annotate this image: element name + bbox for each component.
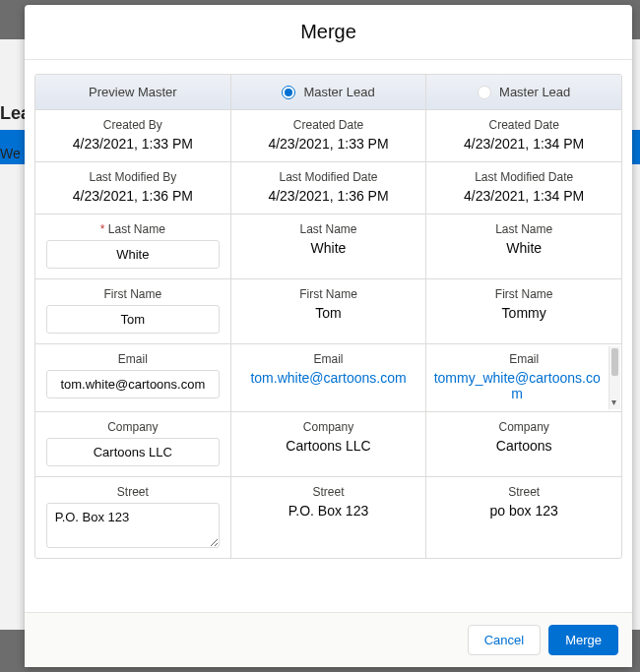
modal-body: Preview Master Master Lead Master Lead C…	[25, 60, 632, 612]
field-value[interactable]: tom.white@cartoons.com	[237, 370, 420, 386]
field-label: Created Date	[432, 118, 615, 132]
field-value: 4/23/2021, 1:33 PM	[41, 136, 224, 152]
merge-row: Last NameLast NameWhiteLast NameWhite	[35, 214, 621, 278]
merge-row: CompanyCompanyCartoons LLCCompanyCartoon…	[35, 411, 621, 476]
table-header: Preview Master Master Lead Master Lead	[35, 75, 621, 110]
field-label: Email	[237, 352, 420, 366]
field-value: P.O. Box 123	[237, 503, 420, 519]
field-value: Cartoons	[432, 438, 615, 454]
field-input[interactable]	[46, 305, 220, 334]
lead1-cell[interactable]: First NameTom	[230, 279, 426, 343]
field-label: Company	[237, 420, 420, 434]
merge-row: Last Modified By4/23/2021, 1:36 PMLast M…	[35, 161, 621, 214]
field-value: 4/23/2021, 1:34 PM	[432, 136, 615, 152]
modal-footer: Cancel Merge	[25, 612, 632, 667]
field-label: Created Date	[237, 118, 420, 132]
field-input[interactable]	[46, 438, 220, 466]
field-label: Last Name	[432, 222, 615, 236]
preview-cell: Email	[35, 344, 230, 411]
field-label: First Name	[432, 287, 615, 301]
lead1-cell[interactable]: CompanyCartoons LLC	[230, 412, 426, 476]
preview-cell: Created By4/23/2021, 1:33 PM	[35, 110, 230, 161]
merge-modal: Merge Preview Master Master Lead Master …	[25, 5, 632, 667]
scrollbar[interactable]: ▾	[608, 346, 620, 409]
field-value[interactable]: tommy_white@cartoons.com	[432, 370, 615, 401]
field-value: 4/23/2021, 1:34 PM	[432, 188, 615, 204]
field-textarea[interactable]	[46, 503, 220, 548]
field-label: Last Modified By	[41, 170, 224, 184]
field-label: Created By	[41, 118, 224, 132]
lead2-cell[interactable]: First NameTommy	[425, 279, 621, 343]
lead2-cell[interactable]: CompanyCartoons	[425, 412, 621, 476]
merge-table: Preview Master Master Lead Master Lead C…	[34, 74, 622, 559]
col-label: Master Lead	[303, 85, 374, 99]
field-value: 4/23/2021, 1:36 PM	[41, 188, 224, 204]
field-label: Last Name	[237, 222, 420, 236]
lead2-cell[interactable]: Emailtommy_white@cartoons.com▾	[425, 344, 621, 411]
lead2-cell[interactable]: Last NameWhite	[425, 214, 621, 278]
lead1-cell[interactable]: Last Modified Date4/23/2021, 1:36 PM	[230, 162, 426, 214]
field-value: 4/23/2021, 1:36 PM	[237, 188, 420, 204]
field-label: Last Modified Date	[432, 170, 615, 184]
field-label: First Name	[237, 287, 420, 301]
preview-cell: Last Modified By4/23/2021, 1:36 PM	[35, 162, 230, 214]
lead1-cell[interactable]: StreetP.O. Box 123	[230, 477, 426, 558]
field-value: po box 123	[432, 503, 615, 519]
merge-row: StreetStreetP.O. Box 123Streetpo box 123	[35, 476, 621, 558]
field-value: Tom	[237, 305, 420, 321]
field-label: Last Name	[41, 222, 224, 236]
col-label: Master Lead	[499, 85, 570, 99]
field-value: White	[237, 240, 420, 256]
chevron-down-icon[interactable]: ▾	[611, 397, 616, 407]
preview-cell: Company	[35, 412, 230, 476]
col-label: Preview Master	[89, 85, 177, 99]
field-input[interactable]	[46, 370, 220, 398]
radio-unselected-icon[interactable]	[478, 86, 491, 99]
field-value: 4/23/2021, 1:33 PM	[237, 136, 420, 152]
field-label: Email	[41, 352, 224, 366]
field-label: Email	[432, 352, 615, 366]
col-master-lead-1[interactable]: Master Lead	[230, 75, 426, 109]
field-label: Street	[41, 485, 224, 499]
cancel-button[interactable]: Cancel	[468, 625, 541, 655]
lead2-cell[interactable]: Streetpo box 123	[425, 477, 621, 558]
field-label: Street	[432, 485, 615, 499]
field-label: First Name	[41, 287, 224, 301]
field-input[interactable]	[46, 240, 220, 269]
field-value: Tommy	[432, 305, 615, 321]
lead1-cell[interactable]: Created Date4/23/2021, 1:33 PM	[230, 110, 426, 161]
field-value: Cartoons LLC	[237, 438, 420, 454]
field-label: Company	[432, 420, 615, 434]
modal-title: Merge	[300, 21, 356, 43]
col-master-lead-2[interactable]: Master Lead	[425, 75, 621, 109]
lead2-cell[interactable]: Created Date4/23/2021, 1:34 PM	[425, 110, 621, 161]
preview-cell: Street	[35, 477, 230, 558]
modal-header: Merge	[25, 5, 632, 60]
field-value: White	[432, 240, 615, 256]
merge-button[interactable]: Merge	[548, 625, 618, 655]
field-label: Company	[41, 420, 224, 434]
col-preview-master: Preview Master	[35, 75, 230, 109]
merge-row: Created By4/23/2021, 1:33 PMCreated Date…	[35, 110, 621, 161]
merge-row: First NameFirst NameTomFirst NameTommy	[35, 278, 621, 343]
lead1-cell[interactable]: Emailtom.white@cartoons.com	[230, 344, 426, 411]
field-label: Street	[237, 485, 420, 499]
radio-selected-icon[interactable]	[282, 86, 295, 99]
scrollbar-thumb[interactable]	[611, 348, 618, 376]
preview-cell: Last Name	[35, 214, 230, 278]
merge-row: EmailEmailtom.white@cartoons.comEmailtom…	[35, 343, 621, 411]
lead1-cell[interactable]: Last NameWhite	[230, 214, 426, 278]
field-label: Last Modified Date	[237, 170, 420, 184]
lead2-cell[interactable]: Last Modified Date4/23/2021, 1:34 PM	[425, 162, 621, 214]
preview-cell: First Name	[35, 279, 230, 343]
